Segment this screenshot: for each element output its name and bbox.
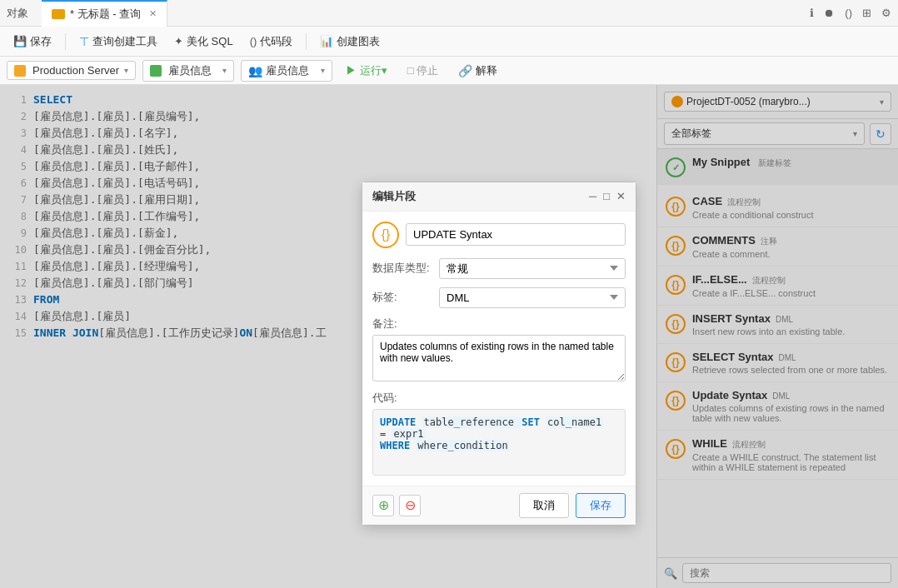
toolbar-sep-1 <box>65 33 66 50</box>
connection-toolbar: Production Server ▾ 雇员信息 ▾ 👥 雇员信息 ▾ ▶ 运行… <box>0 57 898 85</box>
code-area[interactable]: UPDATE table_reference SET col_name1 = e… <box>372 409 626 476</box>
code-token: [雇员信息].工 <box>252 325 326 341</box>
snippet-item-update[interactable]: {}Update SyntaxDMLUpdates columns of exi… <box>657 382 898 431</box>
object-text: 对象 <box>7 6 28 21</box>
snippet-desc-insert: Insert new rows into an existing table. <box>692 326 890 336</box>
schema-dropdown[interactable]: 👥 雇员信息 ▾ <box>241 60 332 82</box>
tags-dropdown[interactable]: 全部标签 ▾ <box>664 122 865 145</box>
line-number: 10 <box>7 242 33 258</box>
save-button[interactable]: 💾 保存 <box>7 31 58 52</box>
snippet-title-comments: COMMENTS <box>692 234 756 247</box>
stop-label: □ 停止 <box>407 63 438 78</box>
code-section: 代码: UPDATE table_reference SET col_name1… <box>372 391 626 476</box>
line-number: 15 <box>7 325 33 341</box>
snippet-content-case: CASE流程控制Create a conditional construct <box>692 195 890 220</box>
modal-footer-right: 取消 保存 <box>519 493 626 518</box>
search-row: 🔍 <box>657 557 898 588</box>
code-snippet-button[interactable]: () 代码段 <box>243 31 300 52</box>
save-icon: 💾 <box>13 35 27 47</box>
bracket-icon[interactable]: () <box>845 7 852 19</box>
line-number: 5 <box>7 158 33 175</box>
my-snippet-item[interactable]: ✓ My Snippet 新建标签 <box>657 149 898 185</box>
code-token: [雇员信息].[雇员].[姓氏], <box>33 142 178 158</box>
line-number: 12 <box>7 275 33 292</box>
explain-button[interactable]: 🔗 解释 <box>451 61 504 81</box>
snippet-tag-ifelse: 流程控制 <box>752 276 786 285</box>
my-snippet-title: My Snippet <box>692 156 750 168</box>
snippet-item-insert[interactable]: {}INSERT SyntaxDMLInsert new rows into a… <box>657 306 898 344</box>
modal-snippet-icon: {} <box>372 222 399 248</box>
toolbar-sep-2 <box>306 33 307 50</box>
right-panel-header: ProjectDT-0052 (marybro...) ▾ <box>657 85 898 119</box>
snippet-desc-ifelse: Create a IF...ELSE... construct <box>692 288 890 298</box>
snippet-item-case[interactable]: {}CASE流程控制Create a conditional construct <box>657 188 898 227</box>
code-label: 代码: <box>372 391 626 406</box>
note-section: 备注: Updates columns of existing rows in … <box>372 316 626 384</box>
stop-button[interactable]: □ 停止 <box>401 61 445 81</box>
snippet-icon-comments: {} <box>666 236 686 256</box>
server-dropdown[interactable]: Production Server ▾ <box>7 61 136 80</box>
run-button[interactable]: ▶ 运行▾ <box>339 61 394 81</box>
code-token: SELECT <box>33 92 72 108</box>
add-snippet-button[interactable]: ⊕ <box>372 495 394 516</box>
note-label: 备注: <box>372 316 626 331</box>
modal-close-icon[interactable]: ✕ <box>616 190 626 202</box>
beautify-label: 美化 SQL <box>187 34 233 49</box>
db-type-select[interactable]: 常规 <box>439 258 626 279</box>
snippet-title-ifelse: IF...ELSE... <box>692 273 747 286</box>
snippet-tag-select: DML <box>779 353 796 362</box>
cancel-button[interactable]: 取消 <box>519 493 569 518</box>
grid-icon[interactable]: ⊞ <box>862 7 871 19</box>
snippet-name-input[interactable] <box>406 223 626 246</box>
snippet-desc-update: Updates columns of existing rows in the … <box>692 403 890 423</box>
modal-maximize-icon[interactable]: □ <box>603 190 610 202</box>
line-number: 1 <box>7 92 33 108</box>
info-icon[interactable]: ℹ <box>810 7 814 19</box>
note-textarea[interactable]: Updates columns of existing rows in the … <box>372 335 626 381</box>
snippet-item-select[interactable]: {}SELECT SyntaxDMLRetrieve rows selected… <box>657 344 898 382</box>
refresh-icon: ↻ <box>876 127 886 141</box>
refresh-button[interactable]: ↻ <box>870 123 891 145</box>
title-bar-actions: ℹ ⏺ () ⊞ ⚙ <box>810 7 891 19</box>
snippet-content-comments: COMMENTS注释Create a comment. <box>692 234 890 259</box>
beautify-sql-button[interactable]: ✦ 美化 SQL <box>167 31 240 52</box>
search-input[interactable] <box>682 563 891 583</box>
modal-minimize-icon[interactable]: ─ <box>589 190 596 202</box>
code-token: INNER JOIN <box>33 325 98 341</box>
code-line: 4[雇员信息].[雇员].[姓氏], <box>0 142 656 158</box>
snippet-icon-update: {} <box>666 391 686 411</box>
explain-icon: 🔗 <box>458 64 472 77</box>
code-token: [雇员信息].[雇员].[雇员编号], <box>33 108 200 125</box>
line-number: 13 <box>7 292 33 308</box>
modal-footer-left: ⊕ ⊖ <box>372 495 421 516</box>
record-icon[interactable]: ⏺ <box>824 7 835 19</box>
db-icon <box>150 65 162 77</box>
snippet-desc-comments: Create a comment. <box>692 249 890 259</box>
create-chart-button[interactable]: 📊 创建图表 <box>313 31 387 52</box>
code-snippet-label: 代码段 <box>260 34 292 49</box>
save-button[interactable]: 保存 <box>576 493 626 518</box>
snippet-tag-update: DML <box>772 391 790 401</box>
tag-select[interactable]: DML <box>439 287 626 308</box>
code-line: 5[雇员信息].[雇员].[电子邮件], <box>0 158 656 175</box>
main-content: 1SELECT2[雇员信息].[雇员].[雇员编号],3[雇员信息].[雇员].… <box>0 85 898 588</box>
snippet-item-comments[interactable]: {}COMMENTS注释Create a comment. <box>657 227 898 267</box>
db-dropdown[interactable]: 雇员信息 ▾ <box>142 60 234 82</box>
schema-chevron-icon: ▾ <box>321 66 325 75</box>
remove-snippet-button[interactable]: ⊖ <box>399 495 421 516</box>
line-number: 8 <box>7 208 33 225</box>
db-type-label: 数据库类型: <box>372 261 432 276</box>
query-builder-label: 查询创建工具 <box>92 34 157 49</box>
code-token: [雇员信息].[工作历史记录] <box>98 325 239 341</box>
tab-untitled[interactable]: * 无标题 - 查询 ✕ <box>42 0 167 27</box>
project-dropdown[interactable]: ProjectDT-0052 (marybro...) ▾ <box>664 92 891 112</box>
code-token: [雇员信息].[雇员].[电话号码], <box>33 175 200 192</box>
settings-icon[interactable]: ⚙ <box>881 7 891 19</box>
tab-icon <box>52 9 65 19</box>
db-label: 雇员信息 <box>168 63 212 78</box>
query-builder-button[interactable]: ⊤ 查询创建工具 <box>72 31 164 52</box>
snippet-item-while[interactable]: {}WHILE流程控制Create a WHILE construct. The… <box>657 431 898 480</box>
tab-bar: * 无标题 - 查询 ✕ <box>42 0 796 27</box>
snippet-item-ifelse[interactable]: {}IF...ELSE...流程控制Create a IF...ELSE... … <box>657 267 898 306</box>
tab-close-icon[interactable]: ✕ <box>149 8 157 19</box>
